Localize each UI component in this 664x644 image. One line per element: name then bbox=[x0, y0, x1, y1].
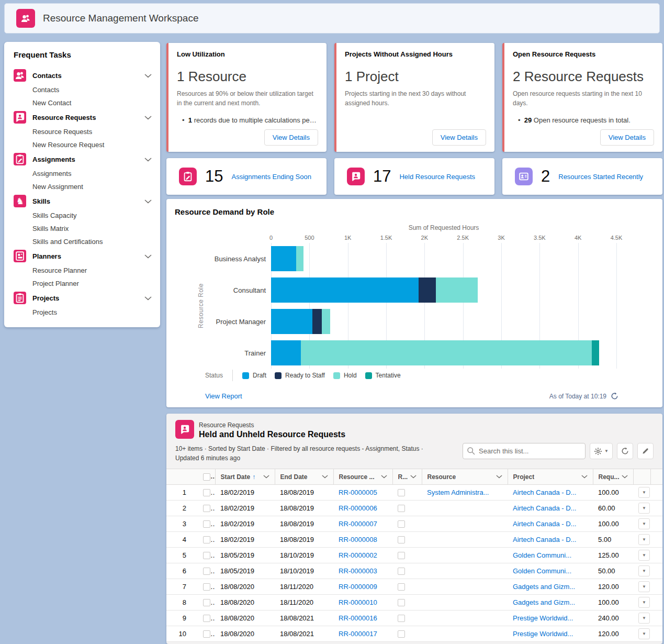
resource-request-link[interactable]: RR-0000016 bbox=[339, 614, 377, 622]
table-header-row: Start Date↑End DateResource ...R...Resou… bbox=[166, 469, 662, 485]
view-details-button[interactable]: View Details bbox=[432, 129, 486, 146]
resource-request-link[interactable]: RR-0000008 bbox=[339, 536, 377, 543]
cell-resource: System Administra... bbox=[422, 485, 508, 501]
column-header-resource-[interactable]: Resource ... bbox=[333, 469, 392, 485]
stat-tile-link[interactable]: Resources Started Recently bbox=[558, 173, 643, 181]
sidebar-item-projects[interactable]: Projects bbox=[14, 306, 152, 319]
resource-request-link[interactable]: RR-0000010 bbox=[339, 598, 377, 606]
ready-flag-checkbox[interactable] bbox=[398, 615, 405, 622]
search-input[interactable] bbox=[463, 443, 586, 459]
sidebar-item-new-assignment[interactable]: New Assignment bbox=[14, 180, 152, 193]
ready-flag-checkbox[interactable] bbox=[398, 489, 405, 496]
cell-start-date: 18/02/2019 bbox=[215, 501, 275, 516]
resource-request-link[interactable]: RR-0000006 bbox=[339, 504, 377, 512]
ready-flag-checkbox[interactable] bbox=[398, 536, 405, 543]
project-link[interactable]: Gadgets and Gizm... bbox=[513, 583, 575, 591]
resource-link[interactable]: System Administra... bbox=[427, 488, 489, 496]
row-actions-button[interactable]: ▼ bbox=[638, 534, 650, 545]
sidebar-section-projects[interactable]: Projects bbox=[14, 290, 152, 306]
row-actions-button[interactable]: ▼ bbox=[638, 628, 650, 639]
column-header-project[interactable]: Project bbox=[508, 469, 593, 485]
bar-segment-draft bbox=[271, 340, 301, 365]
project-link[interactable]: Golden Communi... bbox=[513, 567, 571, 575]
project-link[interactable]: Prestige Worldwid... bbox=[513, 630, 573, 638]
cell-start-date: 18/05/2019 bbox=[215, 563, 275, 579]
row-select-cell bbox=[198, 579, 215, 595]
sidebar-item-project-planner[interactable]: Project Planner bbox=[14, 277, 152, 290]
row-actions-button[interactable]: ▼ bbox=[638, 565, 650, 576]
sidebar-section-planners[interactable]: Planners bbox=[14, 248, 152, 264]
sidebar-item-skills-matrix[interactable]: Skills Matrix bbox=[14, 222, 152, 235]
row-select-checkbox[interactable] bbox=[203, 520, 210, 528]
ready-flag-checkbox[interactable] bbox=[398, 505, 405, 512]
ready-flag-checkbox[interactable] bbox=[398, 568, 405, 575]
alert-card-3: Open Resource Requests2 Resource Request… bbox=[502, 43, 662, 152]
resource-request-link[interactable]: RR-0000005 bbox=[339, 488, 377, 496]
column-header-end-date[interactable]: End Date bbox=[275, 469, 333, 485]
row-select-checkbox[interactable] bbox=[203, 568, 210, 575]
sidebar-item-resource-requests[interactable]: Resource Requests bbox=[14, 125, 152, 138]
row-actions-button[interactable]: ▼ bbox=[638, 503, 650, 514]
row-select-checkbox[interactable] bbox=[203, 583, 210, 591]
project-link[interactable]: Airtech Canada - D... bbox=[513, 520, 576, 528]
row-actions-button[interactable]: ▼ bbox=[638, 518, 650, 529]
row-select-checkbox[interactable] bbox=[203, 599, 210, 606]
project-link[interactable]: Golden Communi... bbox=[513, 551, 571, 559]
ready-flag-checkbox[interactable] bbox=[398, 599, 405, 606]
row-select-checkbox[interactable] bbox=[203, 489, 210, 496]
view-details-button[interactable]: View Details bbox=[264, 129, 318, 146]
list-edit-button[interactable] bbox=[637, 443, 654, 459]
row-actions-button[interactable]: ▼ bbox=[638, 613, 650, 624]
row-select-checkbox[interactable] bbox=[203, 536, 210, 543]
resource-request-link[interactable]: RR-0000007 bbox=[339, 520, 377, 528]
sidebar-section-assignments[interactable]: Assignments bbox=[14, 151, 152, 167]
resource-request-link[interactable]: RR-0000009 bbox=[339, 583, 377, 591]
row-actions-button[interactable]: ▼ bbox=[638, 550, 650, 561]
project-link[interactable]: Prestige Worldwid... bbox=[513, 614, 573, 622]
resource-request-icon bbox=[347, 168, 365, 185]
list-settings-button[interactable]: ▼ bbox=[590, 443, 613, 459]
table-row: 618/05/201918/10/2019RR-0000003Golden Co… bbox=[166, 563, 662, 579]
refresh-icon[interactable] bbox=[611, 392, 618, 400]
sidebar-section-resource-requests[interactable]: Resource Requests bbox=[14, 109, 152, 125]
cell-project: Airtech Canada - D... bbox=[508, 485, 593, 501]
list-refresh-button[interactable] bbox=[617, 443, 633, 459]
sidebar-item-contacts[interactable]: Contacts bbox=[14, 83, 152, 96]
sidebar-item-assignments[interactable]: Assignments bbox=[14, 167, 152, 180]
resource-request-link[interactable]: RR-0000017 bbox=[339, 630, 377, 638]
column-header-start-date[interactable]: Start Date↑ bbox=[215, 469, 275, 485]
column-header-resource[interactable]: Resource bbox=[422, 469, 508, 485]
stat-tile-link[interactable]: Held Resource Requests bbox=[399, 173, 475, 181]
select-all-checkbox[interactable] bbox=[203, 473, 210, 481]
project-link[interactable]: Airtech Canada - D... bbox=[513, 488, 576, 496]
project-link[interactable]: Airtech Canada - D... bbox=[513, 536, 576, 543]
row-actions-button[interactable]: ▼ bbox=[638, 597, 650, 608]
row-select-checkbox[interactable] bbox=[203, 615, 210, 622]
project-link[interactable]: Airtech Canada - D... bbox=[513, 504, 576, 512]
ready-flag-checkbox[interactable] bbox=[398, 630, 405, 638]
row-select-checkbox[interactable] bbox=[203, 505, 210, 512]
row-actions-button[interactable]: ▼ bbox=[638, 487, 650, 498]
ready-flag-checkbox[interactable] bbox=[398, 552, 405, 559]
resource-request-link[interactable]: RR-0000003 bbox=[339, 567, 377, 575]
view-details-button[interactable]: View Details bbox=[600, 129, 654, 146]
view-report-link[interactable]: View Report bbox=[205, 392, 242, 400]
ready-flag-checkbox[interactable] bbox=[398, 520, 405, 528]
row-select-checkbox[interactable] bbox=[203, 552, 210, 559]
ready-flag-checkbox[interactable] bbox=[398, 583, 405, 591]
resource-request-link[interactable]: RR-0000002 bbox=[339, 551, 377, 559]
column-header-r-[interactable]: R... bbox=[392, 469, 422, 485]
column-header-requ-[interactable]: Requ... bbox=[593, 469, 633, 485]
sidebar-item-new-resource-request[interactable]: New Resource Request bbox=[14, 138, 152, 151]
project-link[interactable]: Gadgets and Gizm... bbox=[513, 598, 575, 606]
sidebar-item-skills-and-certifications[interactable]: Skills and Certifications bbox=[14, 235, 152, 248]
stat-tile-value: 17 bbox=[373, 167, 391, 186]
sidebar-item-new-contact[interactable]: New Contact bbox=[14, 96, 152, 109]
sidebar-item-resource-planner[interactable]: Resource Planner bbox=[14, 264, 152, 277]
row-select-checkbox[interactable] bbox=[203, 630, 210, 638]
row-actions-button[interactable]: ▼ bbox=[638, 581, 650, 592]
sidebar-item-skills-capacity[interactable]: Skills Capacity bbox=[14, 209, 152, 222]
stat-tile-link[interactable]: Assignments Ending Soon bbox=[231, 173, 311, 181]
sidebar-section-skills[interactable]: ♞Skills bbox=[14, 193, 152, 209]
sidebar-section-contacts[interactable]: Contacts bbox=[14, 68, 152, 83]
